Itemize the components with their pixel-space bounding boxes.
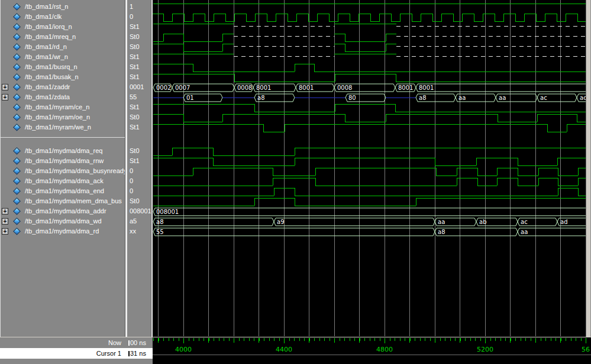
wave-busak_n: [153, 74, 590, 82]
cursor-value: 31 ns: [128, 348, 146, 359]
svg-text:a9: a9: [277, 219, 285, 225]
wave-mem_dma_bus: [153, 198, 590, 206]
svg-text:aa: aa: [438, 219, 445, 225]
wave-mreq_n: [153, 34, 590, 41]
wave-dma_busynready: [153, 168, 590, 176]
wave-dma_wd: a8a9aaabacad: [153, 218, 590, 226]
timeline-ruler[interactable]: 400044004800520056: [153, 337, 591, 355]
svg-text:80: 80: [348, 95, 356, 101]
svg-text:a8: a8: [257, 95, 265, 101]
wave-ce_n: [153, 104, 590, 112]
waveform-svg: 0002000700088001800100088001800101a880a8…: [0, 0, 591, 337]
svg-text:aa: aa: [499, 95, 506, 101]
wave-zaddr: 00020007000880018001000880018001: [153, 84, 590, 92]
wave-dma_rd: 55a8aa: [153, 228, 590, 236]
svg-text:0008: 0008: [237, 84, 252, 91]
svg-text:0007: 0007: [175, 84, 190, 91]
svg-text:a8: a8: [156, 219, 164, 225]
cursor-label: Cursor 1: [0, 348, 121, 359]
clipped-digit-fragment: [128, 340, 130, 346]
wave-rd_n: [153, 44, 590, 51]
svg-text:ab: ab: [479, 219, 486, 225]
svg-text:008001: 008001: [156, 209, 179, 215]
now-row: Now 00 ns: [0, 337, 153, 348]
svg-text:a8: a8: [419, 95, 427, 101]
svg-text:ac: ac: [521, 219, 528, 225]
svg-text:4400: 4400: [276, 346, 292, 353]
time-bar: Now 00 ns Cursor 1 31 ns 400044004800520…: [0, 337, 591, 364]
svg-text:5200: 5200: [477, 346, 493, 353]
svg-text:0008: 0008: [337, 84, 352, 91]
modelsim-wave-window: /tb_dma1/rst_n/tb_dma1/clk/tb_dma1/iorq_…: [0, 0, 591, 364]
svg-text:0002: 0002: [156, 84, 171, 91]
wave-dma_rnw: [153, 158, 590, 165]
svg-text:01: 01: [186, 95, 194, 101]
wave-dma_ack: [153, 178, 590, 186]
cursor-row[interactable]: Cursor 1 31 ns: [0, 348, 153, 359]
svg-text:8001: 8001: [256, 84, 271, 91]
wave-oe_n: [153, 114, 590, 122]
svg-text:8001: 8001: [299, 84, 314, 91]
clipped-digit-fragment: [128, 351, 130, 356]
vertical-scrollbar[interactable]: [586, 0, 591, 337]
svg-text:56: 56: [582, 346, 590, 353]
svg-text:4000: 4000: [175, 346, 192, 353]
cursor-track[interactable]: [153, 355, 591, 364]
wave-zdata: 01a880a8aaaaacac: [153, 94, 590, 102]
wave-we_n: [153, 124, 590, 132]
svg-text:4800: 4800: [376, 346, 393, 353]
time-bar-left: Now 00 ns Cursor 1 31 ns: [0, 337, 153, 364]
svg-text:55: 55: [156, 229, 164, 235]
svg-text:ac: ac: [540, 95, 547, 101]
svg-text:8001: 8001: [419, 84, 434, 91]
wave-dma_end: [153, 188, 590, 196]
wave-dma_req: [153, 148, 590, 155]
svg-text:a8: a8: [438, 229, 445, 235]
wave-clk: [151, 14, 591, 21]
wave-iorq_n: [153, 24, 590, 26]
svg-text:8001: 8001: [398, 84, 413, 91]
svg-text:aa: aa: [458, 95, 466, 101]
svg-text:aa: aa: [521, 229, 528, 235]
svg-text:ad: ad: [560, 219, 567, 225]
wave-dma_addr: 008001: [153, 208, 590, 216]
now-value: 00 ns: [128, 337, 146, 348]
wave-wr_n: [153, 54, 590, 56]
wave-busrq_n: [153, 64, 590, 72]
now-label: Now: [0, 337, 121, 348]
